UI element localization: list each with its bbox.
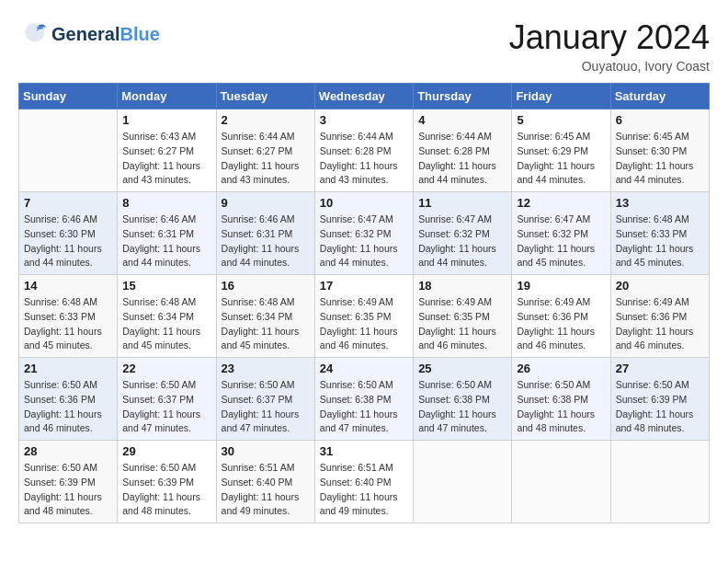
- logo-general-text: General: [51, 24, 119, 45]
- day-info: Sunrise: 6:48 AM Sunset: 6:34 PM Dayligh…: [222, 295, 310, 353]
- calendar-cell: [610, 441, 709, 523]
- day-number: 23: [222, 362, 310, 375]
- day-info: Sunrise: 6:50 AM Sunset: 6:39 PM Dayligh…: [122, 461, 210, 519]
- calendar-cell: 21Sunrise: 6:50 AM Sunset: 6:36 PM Dayli…: [19, 358, 118, 441]
- day-number: 4: [418, 113, 506, 127]
- day-number: 24: [320, 362, 408, 375]
- day-info: Sunrise: 6:45 AM Sunset: 6:30 PM Dayligh…: [616, 130, 704, 188]
- calendar-cell: 3Sunrise: 6:44 AM Sunset: 6:28 PM Daylig…: [314, 109, 413, 192]
- day-number: 10: [320, 196, 408, 210]
- day-number: 19: [517, 279, 605, 293]
- day-info: Sunrise: 6:50 AM Sunset: 6:37 PM Dayligh…: [222, 378, 310, 436]
- calendar-cell: 19Sunrise: 6:49 AM Sunset: 6:36 PM Dayli…: [512, 275, 610, 358]
- calendar-cell: 13Sunrise: 6:48 AM Sunset: 6:33 PM Dayli…: [610, 192, 709, 275]
- day-number: 22: [122, 362, 210, 375]
- day-number: 5: [517, 113, 605, 127]
- calendar-table: SundayMondayTuesdayWednesdayThursdayFrid…: [18, 83, 710, 523]
- calendar-cell: 23Sunrise: 6:50 AM Sunset: 6:37 PM Dayli…: [216, 358, 314, 441]
- day-number: 17: [320, 279, 408, 293]
- day-of-week-header: Saturday: [610, 84, 709, 109]
- day-number: 16: [222, 279, 310, 293]
- day-number: 6: [616, 113, 704, 127]
- day-info: Sunrise: 6:51 AM Sunset: 6:40 PM Dayligh…: [320, 461, 408, 519]
- day-number: 11: [418, 196, 506, 210]
- calendar-cell: 14Sunrise: 6:48 AM Sunset: 6:33 PM Dayli…: [19, 275, 118, 358]
- day-of-week-header: Tuesday: [216, 84, 314, 109]
- day-info: Sunrise: 6:46 AM Sunset: 6:30 PM Dayligh…: [24, 213, 112, 270]
- calendar-cell: 5Sunrise: 6:45 AM Sunset: 6:29 PM Daylig…: [512, 109, 610, 192]
- day-info: Sunrise: 6:44 AM Sunset: 6:28 PM Dayligh…: [418, 130, 506, 188]
- day-info: Sunrise: 6:47 AM Sunset: 6:32 PM Dayligh…: [320, 213, 408, 270]
- location-text: Ouyatouo, Ivory Coast: [509, 59, 710, 74]
- day-number: 1: [122, 113, 210, 127]
- day-info: Sunrise: 6:50 AM Sunset: 6:38 PM Dayligh…: [517, 378, 605, 436]
- day-info: Sunrise: 6:48 AM Sunset: 6:33 PM Dayligh…: [616, 213, 704, 270]
- calendar-cell: 18Sunrise: 6:49 AM Sunset: 6:35 PM Dayli…: [414, 275, 512, 358]
- calendar-cell: 31Sunrise: 6:51 AM Sunset: 6:40 PM Dayli…: [314, 441, 413, 523]
- day-info: Sunrise: 6:50 AM Sunset: 6:38 PM Dayligh…: [418, 378, 506, 436]
- day-info: Sunrise: 6:44 AM Sunset: 6:27 PM Dayligh…: [222, 130, 310, 188]
- day-number: 15: [122, 279, 210, 293]
- day-info: Sunrise: 6:49 AM Sunset: 6:35 PM Dayligh…: [320, 295, 408, 353]
- day-info: Sunrise: 6:51 AM Sunset: 6:40 PM Dayligh…: [222, 461, 310, 519]
- calendar-cell: 1Sunrise: 6:43 AM Sunset: 6:27 PM Daylig…: [118, 109, 216, 192]
- day-info: Sunrise: 6:49 AM Sunset: 6:36 PM Dayligh…: [517, 295, 605, 353]
- day-number: 12: [517, 196, 605, 210]
- day-number: 27: [616, 362, 704, 375]
- day-number: 29: [122, 444, 210, 458]
- month-title: January 2024: [509, 18, 710, 57]
- calendar-cell: 16Sunrise: 6:48 AM Sunset: 6:34 PM Dayli…: [216, 275, 314, 358]
- day-number: 18: [418, 279, 506, 293]
- calendar-week-row: 21Sunrise: 6:50 AM Sunset: 6:36 PM Dayli…: [19, 358, 710, 441]
- calendar-cell: 6Sunrise: 6:45 AM Sunset: 6:30 PM Daylig…: [610, 109, 709, 192]
- calendar-cell: 17Sunrise: 6:49 AM Sunset: 6:35 PM Dayli…: [314, 275, 413, 358]
- day-info: Sunrise: 6:48 AM Sunset: 6:33 PM Dayligh…: [24, 295, 112, 353]
- day-number: 25: [418, 362, 506, 375]
- calendar-cell: 11Sunrise: 6:47 AM Sunset: 6:32 PM Dayli…: [414, 192, 512, 275]
- title-area: January 2024 Ouyatouo, Ivory Coast: [509, 18, 710, 74]
- day-number: 13: [616, 196, 704, 210]
- day-number: 21: [24, 362, 112, 375]
- calendar-week-row: 1Sunrise: 6:43 AM Sunset: 6:27 PM Daylig…: [19, 109, 710, 192]
- day-of-week-header: Wednesday: [314, 84, 413, 109]
- day-number: 14: [24, 279, 112, 293]
- logo-blue-text: Blue: [119, 24, 159, 45]
- day-info: Sunrise: 6:49 AM Sunset: 6:35 PM Dayligh…: [418, 295, 506, 353]
- calendar-cell: 9Sunrise: 6:46 AM Sunset: 6:31 PM Daylig…: [216, 192, 314, 275]
- day-info: Sunrise: 6:50 AM Sunset: 6:39 PM Dayligh…: [616, 378, 704, 436]
- day-info: Sunrise: 6:50 AM Sunset: 6:38 PM Dayligh…: [320, 378, 408, 436]
- logo: GeneralBlue: [18, 18, 160, 50]
- day-info: Sunrise: 6:46 AM Sunset: 6:31 PM Dayligh…: [222, 213, 310, 270]
- calendar-week-row: 28Sunrise: 6:50 AM Sunset: 6:39 PM Dayli…: [19, 441, 710, 523]
- day-info: Sunrise: 6:45 AM Sunset: 6:29 PM Dayligh…: [517, 130, 605, 188]
- day-number: 9: [222, 196, 310, 210]
- day-of-week-header: Friday: [512, 84, 610, 109]
- day-number: 3: [320, 113, 408, 127]
- calendar-cell: 24Sunrise: 6:50 AM Sunset: 6:38 PM Dayli…: [314, 358, 413, 441]
- day-info: Sunrise: 6:43 AM Sunset: 6:27 PM Dayligh…: [122, 130, 210, 188]
- day-number: 20: [616, 279, 704, 293]
- logo-icon: [18, 18, 50, 50]
- calendar-cell: 26Sunrise: 6:50 AM Sunset: 6:38 PM Dayli…: [512, 358, 610, 441]
- day-info: Sunrise: 6:47 AM Sunset: 6:32 PM Dayligh…: [418, 213, 506, 270]
- day-number: 7: [24, 196, 112, 210]
- day-info: Sunrise: 6:50 AM Sunset: 6:36 PM Dayligh…: [24, 378, 112, 436]
- calendar-week-row: 7Sunrise: 6:46 AM Sunset: 6:30 PM Daylig…: [19, 192, 710, 275]
- day-info: Sunrise: 6:47 AM Sunset: 6:32 PM Dayligh…: [517, 213, 605, 270]
- calendar-week-row: 14Sunrise: 6:48 AM Sunset: 6:33 PM Dayli…: [19, 275, 710, 358]
- day-number: 2: [222, 113, 310, 127]
- calendar-cell: [414, 441, 512, 523]
- day-info: Sunrise: 6:48 AM Sunset: 6:34 PM Dayligh…: [122, 295, 210, 353]
- day-info: Sunrise: 6:50 AM Sunset: 6:39 PM Dayligh…: [24, 461, 112, 519]
- calendar-cell: 12Sunrise: 6:47 AM Sunset: 6:32 PM Dayli…: [512, 192, 610, 275]
- day-info: Sunrise: 6:46 AM Sunset: 6:31 PM Dayligh…: [122, 213, 210, 270]
- day-number: 28: [24, 444, 112, 458]
- calendar-cell: [512, 441, 610, 523]
- calendar-cell: 15Sunrise: 6:48 AM Sunset: 6:34 PM Dayli…: [118, 275, 216, 358]
- calendar-header-row: SundayMondayTuesdayWednesdayThursdayFrid…: [19, 84, 710, 109]
- day-of-week-header: Sunday: [19, 84, 118, 109]
- day-number: 26: [517, 362, 605, 375]
- day-number: 8: [122, 196, 210, 210]
- calendar-cell: 4Sunrise: 6:44 AM Sunset: 6:28 PM Daylig…: [414, 109, 512, 192]
- calendar-cell: 25Sunrise: 6:50 AM Sunset: 6:38 PM Dayli…: [414, 358, 512, 441]
